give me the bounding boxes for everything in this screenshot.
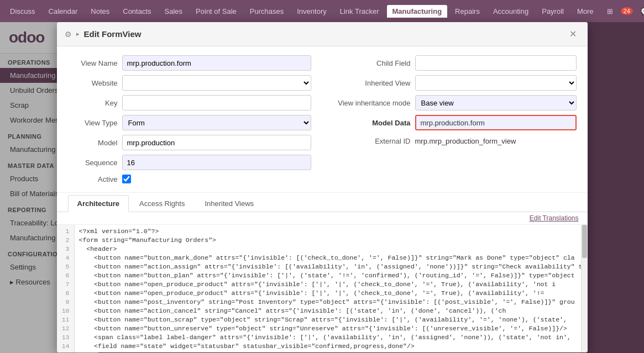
sequence-label: Sequence (68, 159, 118, 167)
line-numbers: 12345 678910 1112131415 16 (57, 225, 75, 352)
inherited-view-select[interactable] (415, 75, 577, 91)
view-name-input[interactable] (122, 55, 311, 71)
tab-architecture[interactable]: Architecture (68, 195, 129, 212)
view-type-row: View Type Form (68, 115, 311, 130)
inherited-view-row: Inherited View (333, 75, 577, 91)
nav-item-payroll[interactable]: Payroll (536, 5, 569, 18)
website-select[interactable] (122, 75, 311, 91)
nav-item-sales[interactable]: Sales (159, 5, 189, 18)
sequence-row: Sequence (68, 155, 311, 170)
nav-item-more[interactable]: More (572, 5, 599, 18)
tab-inherited-views[interactable]: Inherited Views (195, 195, 263, 212)
form-fields-area: View Name Website Key (57, 46, 588, 193)
active-label: Active (68, 175, 118, 183)
view-name-label: View Name (68, 59, 118, 67)
key-input[interactable] (122, 95, 311, 110)
scrollbar[interactable] (581, 225, 588, 352)
nav-item-discuss[interactable]: Discuss (4, 5, 41, 18)
nav-item-accounting[interactable]: Accounting (488, 5, 534, 18)
view-inheritance-row: View inheritance mode Base view (333, 95, 577, 110)
website-label: Website (68, 79, 118, 87)
main-layout: odoo Operations Manufacturing Orders Unb… (0, 22, 644, 353)
form-right-col: Child Field Inherited View View inherita… (333, 55, 577, 183)
website-row: Website (68, 75, 311, 91)
nav-item-calendar[interactable]: Calendar (43, 5, 83, 18)
code-content: <?xml version="1.0"?><form string="Manuf… (75, 225, 581, 352)
dialog-header: ⚙ ▸ Edit FormView ✕ (57, 22, 588, 46)
tab-access-rights[interactable]: Access Rights (130, 195, 194, 212)
inherited-view-label: Inherited View (333, 79, 411, 87)
dialog-body: View Name Website Key (57, 46, 588, 352)
nav-item-inventory[interactable]: Inventory (291, 5, 332, 18)
external-id-row: External ID mrp.mrp_production_form_view (333, 135, 577, 147)
apps-icon[interactable]: ⊞ (604, 5, 616, 18)
view-inheritance-select[interactable]: Base view (415, 95, 577, 110)
close-button[interactable]: ✕ (566, 28, 580, 40)
key-label: Key (68, 99, 118, 107)
model-label: Model (68, 139, 118, 147)
view-type-select[interactable]: Form (122, 115, 311, 130)
nav-item-manufacturing[interactable]: Manufacturing (387, 5, 448, 18)
view-type-label: View Type (68, 119, 118, 127)
chat-icon[interactable]: 💬 (637, 5, 644, 18)
code-area[interactable]: 12345 678910 1112131415 16 <?xml version… (57, 225, 588, 352)
edit-translations-bar: Edit Translations (57, 212, 588, 225)
nav-item-linktracker[interactable]: Link Tracker (334, 5, 385, 18)
nav-item-pos[interactable]: Point of Sale (190, 5, 242, 18)
dialog-overlay: ⚙ ▸ Edit FormView ✕ View Name Website (0, 22, 644, 353)
code-area-wrapper: Edit Translations 12345 678910 111213141… (57, 212, 588, 352)
child-field-row: Child Field (333, 55, 577, 71)
model-data-row: Model Data mrp.production.form (333, 115, 577, 130)
model-data-value: mrp.production.form (415, 115, 577, 130)
key-row: Key (68, 95, 311, 110)
model-data-label: Model Data (333, 119, 411, 127)
apps-count: 24 (621, 7, 633, 15)
nav-item-purchases[interactable]: Purchases (244, 5, 289, 18)
edit-translations-link[interactable]: Edit Translations (530, 214, 579, 222)
external-id-value: mrp.mrp_production_form_view (415, 135, 577, 147)
edit-formview-dialog: ⚙ ▸ Edit FormView ✕ View Name Website (57, 22, 588, 352)
breadcrumb-arrow: ▸ (76, 30, 80, 38)
nav-item-contacts[interactable]: Contacts (117, 5, 156, 18)
active-row: Active (68, 175, 311, 183)
view-inheritance-label: View inheritance mode (333, 99, 411, 107)
view-name-row: View Name (68, 55, 311, 71)
child-field-input[interactable] (415, 55, 577, 71)
external-id-label: External ID (333, 137, 411, 145)
nav-item-notes[interactable]: Notes (85, 5, 115, 18)
active-checkbox[interactable] (122, 175, 131, 183)
gear-icon: ⚙ (65, 30, 72, 39)
tabs-area: Architecture Access Rights Inherited Vie… (57, 193, 588, 212)
child-field-label: Child Field (333, 59, 411, 67)
form-left-col: View Name Website Key (68, 55, 311, 183)
scrollbar-thumb (582, 225, 587, 258)
top-nav: Discuss Calendar Notes Contacts Sales Po… (0, 0, 644, 22)
model-row: Model (68, 135, 311, 150)
model-input[interactable] (122, 135, 311, 150)
sequence-input[interactable] (122, 155, 311, 170)
dialog-title: Edit FormView (84, 29, 562, 39)
nav-right: ⊞ 24 💬 ⚙ ▾ 👤 (604, 1, 644, 22)
nav-item-repairs[interactable]: Repairs (449, 5, 485, 18)
